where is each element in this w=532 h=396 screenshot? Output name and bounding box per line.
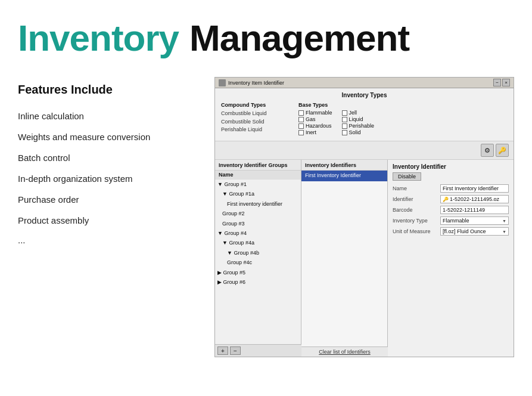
main-content: Features Include Inline calculation Weig…	[0, 65, 532, 369]
cb-gas-label: Gas	[306, 116, 316, 122]
identifiers-panel-title: Inventory Identifiers	[301, 160, 387, 171]
cb-flammable-box[interactable]	[298, 110, 304, 116]
titlebar-title: Inventory Item Identifier	[228, 80, 284, 86]
tree-group4c[interactable]: Group #4c	[215, 258, 301, 267]
field-name-label: Name	[393, 185, 440, 191]
feature-inline-calc: Inline calculation	[18, 110, 197, 122]
app-panel: Inventory Item Identifier − × Inventory …	[214, 77, 514, 357]
app-titlebar: Inventory Item Identifier − ×	[215, 78, 514, 88]
field-identifier-label: Identifier	[393, 196, 440, 202]
compound-types-title: Compound Types	[221, 102, 293, 108]
detail-panel: Inventory Identifier Disable Name First …	[388, 160, 514, 357]
disable-button[interactable]: Disable	[393, 172, 421, 181]
groups-panel: Inventory Identifier Groups Name ▼ Group…	[215, 160, 301, 357]
inventory-types-section: Inventory Types Compound Types Combustib…	[215, 88, 514, 141]
tree-group3[interactable]: Group #3	[215, 219, 301, 228]
tree-group4b[interactable]: ▼ Group #4b	[215, 248, 301, 258]
tree-group1[interactable]: ▼ Group #1	[215, 180, 301, 189]
features-title: Features Include	[18, 83, 197, 97]
field-identifier-input[interactable]: 🔑1-52022-1211495.oz	[440, 195, 509, 203]
field-inv-type: Inventory Type Flammable ▼	[393, 216, 509, 225]
cb-flammable-label: Flammable	[306, 110, 332, 116]
cb-perishable[interactable]: Perishable	[342, 123, 375, 129]
base-types-panel: Base Types Flammable Gas	[298, 102, 508, 136]
field-identifier: Identifier 🔑1-52022-1211495.oz	[393, 195, 509, 203]
identifiers-footer: Clear list of Identifiers	[301, 346, 388, 357]
page-header: Inventory Management	[0, 0, 532, 65]
types-row: Compound Types Combustible Liquid Combus…	[221, 102, 508, 136]
cb-solid-label: Solid	[349, 129, 361, 135]
field-barcode-label: Barcode	[393, 207, 440, 213]
cb-solid-box[interactable]	[342, 130, 347, 135]
feature-batch: Batch control	[18, 151, 197, 164]
field-inv-type-select[interactable]: Flammable ▼	[440, 216, 509, 225]
feature-assembly: Product assembly	[18, 214, 197, 227]
tree-first-identifier[interactable]: First inventory identifier	[215, 199, 301, 209]
add-group-button[interactable]: +	[217, 346, 228, 355]
cb-inert-label: Inert	[306, 129, 316, 135]
cb-perishable-label: Perishable	[349, 123, 375, 129]
minimize-button[interactable]: −	[493, 79, 501, 86]
field-barcode-input[interactable]: 1-52022-1211149	[440, 206, 509, 214]
features-ellipsis: ...	[18, 235, 197, 245]
titlebar-left: Inventory Item Identifier	[219, 79, 284, 86]
identifier-item-0[interactable]: First Inventory Identifier	[301, 171, 387, 181]
header-inventory: Inventory	[18, 17, 179, 59]
uom-value: [fl.oz] Fluid Ounce	[443, 228, 486, 234]
app-icon	[219, 79, 226, 86]
field-inv-type-label: Inventory Type	[393, 218, 440, 224]
field-uom-select[interactable]: [fl.oz] Fluid Ounce ▼	[440, 227, 509, 236]
left-panel: Features Include Inline calculation Weig…	[18, 77, 197, 357]
header-management: Management	[189, 17, 409, 59]
cb-inert-box[interactable]	[298, 130, 304, 135]
cb-hazardous-box[interactable]	[298, 123, 304, 129]
tree-group6[interactable]: ▶ Group #6	[215, 277, 301, 287]
groups-panel-title: Inventory Identifier Groups	[215, 160, 301, 171]
cb-liquid[interactable]: Liquid	[342, 116, 375, 122]
cb-jell[interactable]: Jell	[342, 110, 375, 116]
detail-title: Inventory Identifier	[393, 163, 509, 170]
settings-button[interactable]: ⚙	[481, 144, 494, 157]
cb-inert[interactable]: Inert	[298, 129, 332, 135]
cb-jell-box[interactable]	[342, 110, 347, 116]
compound-item-0: Combustible Liquid	[221, 110, 293, 118]
tree-group4[interactable]: ▼ Group #4	[215, 228, 301, 238]
cb-flammable[interactable]: Flammable	[298, 110, 332, 116]
inv-type-arrow: ▼	[502, 219, 506, 223]
field-name-input[interactable]: First Inventory Identifier	[440, 184, 509, 193]
field-uom-label: Unit of Measure	[393, 228, 440, 234]
groups-col-name: Name	[215, 171, 301, 180]
cb-jell-label: Jell	[349, 110, 357, 116]
clear-identifiers-btn[interactable]: Clear list of Identifiers	[319, 349, 371, 355]
compound-item-2: Perishable Liquid	[221, 126, 293, 134]
tools-button[interactable]: 🔑	[496, 144, 509, 157]
cb-gas[interactable]: Gas	[298, 116, 332, 122]
feature-purchase: Purchase order	[18, 193, 197, 206]
remove-group-button[interactable]: −	[230, 346, 241, 355]
titlebar-controls[interactable]: − ×	[493, 79, 510, 86]
field-barcode: Barcode 1-52022-1211149	[393, 206, 509, 214]
middle-toolbar: ⚙ 🔑	[215, 141, 514, 160]
tree-group1a[interactable]: ▼ Group #1a	[215, 189, 301, 199]
cb-hazardous-label: Hazardous	[306, 123, 332, 129]
cb-liquid-box[interactable]	[342, 117, 347, 122]
cb-liquid-label: Liquid	[349, 116, 363, 122]
compound-item-1: Combustible Solid	[221, 118, 293, 126]
field-uom: Unit of Measure [fl.oz] Fluid Ounce ▼	[393, 227, 509, 236]
tree-group2[interactable]: Group #2	[215, 209, 301, 218]
groups-footer: + −	[215, 344, 301, 357]
cb-solid[interactable]: Solid	[342, 129, 375, 135]
tree-group5[interactable]: ▶ Group #5	[215, 268, 301, 277]
uom-arrow: ▼	[502, 230, 506, 234]
cb-hazardous[interactable]: Hazardous	[298, 123, 332, 129]
cb-perishable-box[interactable]	[342, 123, 347, 129]
id-icon: 🔑	[443, 197, 449, 202]
base-types-title: Base Types	[298, 102, 508, 108]
cb-gas-box[interactable]	[298, 117, 304, 122]
field-name: Name First Inventory Identifier	[393, 184, 509, 193]
feature-weights: Weights and measure conversion	[18, 131, 197, 143]
close-button[interactable]: ×	[502, 79, 510, 86]
inventory-types-title: Inventory Types	[221, 92, 508, 98]
tree-group4a[interactable]: ▼ Group #4a	[215, 238, 301, 248]
identifiers-panel: Inventory Identifiers First Inventory Id…	[301, 160, 388, 357]
